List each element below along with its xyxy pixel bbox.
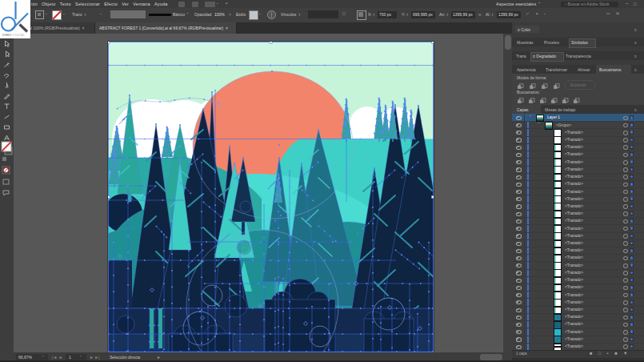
- svg-text:DIGITAL: DIGITAL: [13, 33, 26, 37]
- svg-text:IOHIO: IOHIO: [2, 33, 11, 37]
